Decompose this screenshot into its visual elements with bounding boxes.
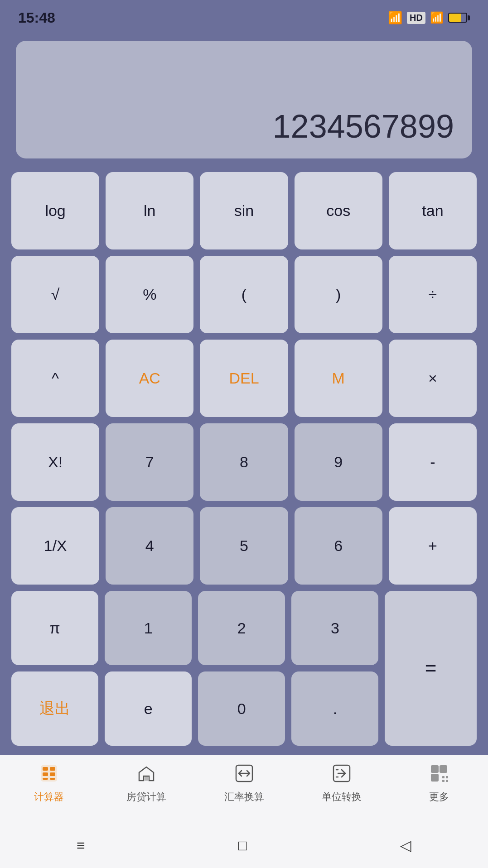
nav-more-label: 更多: [429, 790, 449, 804]
button-row-3: ^ AC DEL M ×: [11, 340, 477, 417]
plus-button[interactable]: +: [389, 507, 477, 585]
seven-button[interactable]: 7: [106, 423, 193, 501]
lparen-button[interactable]: (: [200, 256, 288, 333]
nav-mortgage-label: 房贷计算: [126, 790, 166, 804]
display-value: 1234567899: [273, 108, 454, 145]
button-row-5: 1/X 4 5 6 +: [11, 507, 477, 585]
unit-nav-icon: [332, 763, 352, 786]
euler-button[interactable]: e: [105, 671, 192, 746]
pi-button[interactable]: π: [11, 591, 98, 665]
nav-unit[interactable]: 单位转换: [293, 763, 390, 804]
hd-badge: HD: [407, 12, 425, 24]
calculator-nav-icon: [39, 763, 59, 786]
sin-button[interactable]: sin: [200, 172, 288, 249]
factorial-button[interactable]: X!: [11, 423, 99, 501]
display-container: 1234567899: [16, 41, 472, 158]
nav-calculator[interactable]: 计算器: [0, 763, 97, 804]
nav-unit-label: 单位转换: [322, 790, 362, 804]
percent-button[interactable]: %: [106, 256, 193, 333]
home-button[interactable]: □: [225, 833, 261, 858]
minus-button[interactable]: -: [389, 423, 477, 501]
menu-button[interactable]: ≡: [63, 833, 99, 858]
svg-rect-12: [431, 774, 439, 782]
five-button[interactable]: 5: [200, 507, 288, 585]
nav-exchange[interactable]: 汇率换算: [195, 763, 293, 804]
button-row-1: log ln sin cos tan: [11, 172, 477, 249]
sqrt-button[interactable]: √: [11, 256, 99, 333]
six-button[interactable]: 6: [295, 507, 382, 585]
back-button[interactable]: ◁: [387, 832, 425, 858]
two-button[interactable]: 2: [198, 591, 285, 665]
four-button[interactable]: 4: [106, 507, 193, 585]
status-bar: 15:48 📶 HD 📶: [0, 0, 488, 32]
nav-more[interactable]: 更多: [391, 763, 488, 804]
signal-icon: 📶: [430, 11, 444, 24]
left-col: π 1 2 3 退出 e 0 .: [11, 591, 378, 746]
svg-rect-2: [50, 767, 55, 771]
ac-button[interactable]: AC: [106, 340, 193, 417]
nine-button[interactable]: 9: [295, 423, 382, 501]
last-two-rows: π 1 2 3 退出 e 0 . =: [11, 591, 477, 746]
nav-calculator-label: 计算器: [34, 790, 64, 804]
svg-rect-10: [431, 765, 439, 773]
one-button[interactable]: 1: [105, 591, 192, 665]
decimal-button[interactable]: .: [291, 671, 378, 746]
svg-rect-13: [442, 776, 445, 778]
more-nav-icon: [429, 763, 449, 786]
mortgage-nav-icon: [136, 763, 156, 786]
buttons-area: log ln sin cos tan √ % ( ) ÷ ^ AC DEL M …: [0, 158, 488, 755]
multiply-button[interactable]: ×: [389, 340, 477, 417]
divide-button[interactable]: ÷: [389, 256, 477, 333]
cos-button[interactable]: cos: [295, 172, 382, 249]
button-row-7: 退出 e 0 .: [11, 671, 378, 746]
bottom-nav: 计算器 房贷计算 汇率换算 单位转换: [0, 755, 488, 827]
equals-button[interactable]: =: [385, 591, 477, 746]
wifi-icon: 📶: [388, 11, 402, 25]
status-time: 15:48: [18, 10, 55, 26]
svg-rect-15: [446, 776, 448, 778]
nav-exchange-label: 汇率换算: [224, 790, 264, 804]
battery-icon: [448, 13, 470, 23]
status-icons: 📶 HD 📶: [388, 11, 470, 25]
rparen-button[interactable]: ): [295, 256, 382, 333]
power-button[interactable]: ^: [11, 340, 99, 417]
tan-button[interactable]: tan: [389, 172, 477, 249]
svg-rect-1: [43, 767, 48, 771]
svg-rect-6: [50, 778, 55, 780]
button-row-4: X! 7 8 9 -: [11, 423, 477, 501]
three-button[interactable]: 3: [291, 591, 378, 665]
memory-button[interactable]: M: [295, 340, 382, 417]
log-button[interactable]: log: [11, 172, 99, 249]
svg-rect-4: [50, 772, 55, 776]
exchange-nav-icon: [234, 763, 254, 786]
svg-rect-3: [43, 772, 48, 776]
svg-rect-5: [43, 778, 48, 780]
zero-button[interactable]: 0: [198, 671, 285, 746]
button-row-2: √ % ( ) ÷: [11, 256, 477, 333]
ln-button[interactable]: ln: [106, 172, 193, 249]
eight-button[interactable]: 8: [200, 423, 288, 501]
svg-rect-11: [440, 765, 447, 773]
system-nav: ≡ □ ◁: [0, 827, 488, 868]
svg-rect-14: [442, 780, 445, 782]
exit-button[interactable]: 退出: [11, 671, 98, 746]
svg-rect-7: [145, 776, 148, 781]
del-button[interactable]: DEL: [200, 340, 288, 417]
svg-rect-16: [446, 780, 448, 782]
nav-mortgage[interactable]: 房贷计算: [97, 763, 195, 804]
reciprocal-button[interactable]: 1/X: [11, 507, 99, 585]
button-row-6: π 1 2 3: [11, 591, 378, 665]
